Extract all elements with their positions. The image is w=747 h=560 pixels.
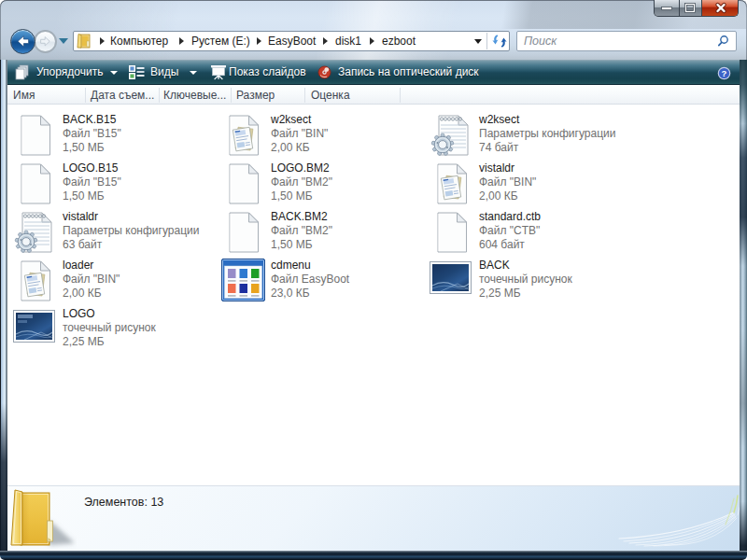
svg-text:?: ? xyxy=(722,68,727,78)
